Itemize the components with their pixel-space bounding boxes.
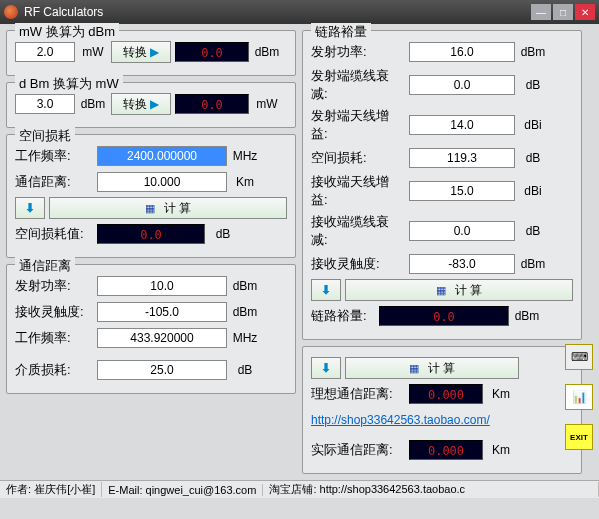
tx-input[interactable] (97, 276, 227, 296)
result-display: 0.0 (175, 94, 249, 114)
calculate-button[interactable]: ▦ 计 算 (345, 357, 519, 379)
unit-label: dB (519, 78, 547, 92)
comm-distance-group: 通信距离 发射功率:dBm 接收灵触度:dBm 工作频率:MHz 介质损耗:dB (6, 264, 296, 394)
unit-label: dBm (253, 45, 281, 59)
shop-link[interactable]: http://shop33642563.taobao.com/ (311, 413, 490, 427)
loss-label: 空间损耗值: (15, 225, 93, 243)
download-button[interactable]: ⬇ (311, 279, 341, 301)
rx-label: 接收灵触度: (15, 303, 93, 321)
unit-label: dB (209, 227, 237, 241)
med-label: 介质损耗: (15, 361, 93, 379)
shop-label: 淘宝店铺: (269, 483, 316, 495)
author-value: 崔庆伟[小崔] (34, 483, 95, 495)
unit-label: dBm (231, 305, 259, 319)
close-button[interactable]: ✕ (575, 4, 595, 20)
freq-label: 工作频率: (15, 147, 93, 165)
group-title: mW 换算为 dBm (15, 23, 119, 41)
unit-label: dBi (519, 184, 547, 198)
unit-label: dB (519, 224, 547, 238)
keyboard-icon: ⌨ (571, 350, 588, 364)
unit-label: dBi (519, 118, 547, 132)
unit-label: dBm (231, 279, 259, 293)
email-value: qingwei_cui@163.com (146, 484, 257, 496)
dist-input[interactable] (97, 172, 227, 192)
unit-label: Km (231, 175, 259, 189)
maximize-button[interactable]: □ (553, 4, 573, 20)
minimize-button[interactable]: — (531, 4, 551, 20)
group-title: 通信距离 (15, 257, 75, 275)
calculator-icon: ▦ (145, 202, 155, 215)
space-loss-group: 空间损耗 工作频率: MHz 通信距离: Km ⬇ ▦ 计 算 空间损耗值: 0… (6, 134, 296, 258)
group-title: 链路裕量 (311, 23, 371, 41)
dbm-input[interactable] (15, 94, 75, 114)
freq-input[interactable] (97, 146, 227, 166)
result-display: 0.0 (175, 42, 249, 62)
convert-button[interactable]: 转换▶ (111, 93, 171, 115)
arrow-right-icon: ▶ (150, 45, 159, 59)
lm-input-4[interactable] (409, 181, 515, 201)
lm-label: 接收灵触度: (311, 255, 405, 273)
loss-display: 0.0 (97, 224, 205, 244)
lm-label: 接收端缆线衰减: (311, 213, 405, 249)
keyboard-button[interactable]: ⌨ (565, 344, 593, 370)
lm-label: 空间损耗: (311, 149, 405, 167)
med-input[interactable] (97, 360, 227, 380)
margin-label: 链路裕量: (311, 307, 375, 325)
freq-input[interactable] (97, 328, 227, 348)
unit-label: mW (79, 45, 107, 59)
status-bar: 作者: 崔庆伟[小崔] E-Mail: qingwei_cui@163.com … (0, 480, 599, 498)
dbm-to-mw-group: d Bm 换算为 mW dBm 转换▶ 0.0 mW (6, 82, 296, 128)
mw-to-dbm-group: mW 换算为 dBm mW 转换▶ 0.0 dBm (6, 30, 296, 76)
real-label: 实际通信距离: (311, 441, 405, 459)
download-icon: ⬇ (25, 201, 35, 215)
calculate-button[interactable]: ▦ 计 算 (49, 197, 287, 219)
lm-input-5[interactable] (409, 221, 515, 241)
calculator-icon: ▦ (436, 284, 446, 297)
link-margin-group: 链路裕量 发射功率:dBm发射端缆线衰减:dB发射端天线增益:dBi空间损耗:d… (302, 30, 582, 340)
lm-input-0[interactable] (409, 42, 515, 62)
margin-display: 0.0 (379, 306, 509, 326)
unit-label: dBm (79, 97, 107, 111)
titlebar: RF Calculators — □ ✕ (0, 0, 599, 24)
real-display: 0.000 (409, 440, 483, 460)
dist-label: 通信距离: (15, 173, 93, 191)
download-icon: ⬇ (321, 283, 331, 297)
app-icon (4, 5, 18, 19)
download-button[interactable]: ⬇ (15, 197, 45, 219)
calculator-icon: ▦ (409, 362, 419, 375)
lm-input-1[interactable] (409, 75, 515, 95)
unit-label: Km (487, 387, 515, 401)
chart-button[interactable]: 📊 (565, 384, 593, 410)
unit-label: MHz (231, 149, 259, 163)
lm-label: 接收端天线增益: (311, 173, 405, 209)
convert-button[interactable]: 转换▶ (111, 41, 171, 63)
download-button[interactable]: ⬇ (311, 357, 341, 379)
lm-label: 发射功率: (311, 43, 405, 61)
unit-label: dBm (519, 257, 547, 271)
unit-label: dBm (519, 45, 547, 59)
ideal-display: 0.000 (409, 384, 483, 404)
group-title: 空间损耗 (15, 127, 75, 145)
freq-label: 工作频率: (15, 329, 93, 347)
arrow-right-icon: ▶ (150, 97, 159, 111)
email-label: E-Mail: (108, 484, 142, 496)
unit-label: dB (519, 151, 547, 165)
window-title: RF Calculators (24, 5, 103, 19)
rx-input[interactable] (97, 302, 227, 322)
lm-input-2[interactable] (409, 115, 515, 135)
chart-icon: 📊 (572, 390, 587, 404)
mw-input[interactable] (15, 42, 75, 62)
lm-input-6[interactable] (409, 254, 515, 274)
shop-value: http://shop33642563.taobao.c (320, 483, 466, 495)
tx-label: 发射功率: (15, 277, 93, 295)
unit-label: Km (487, 443, 515, 457)
download-icon: ⬇ (321, 361, 331, 375)
unit-label: mW (253, 97, 281, 111)
ideal-label: 理想通信距离: (311, 385, 405, 403)
exit-button[interactable]: EXIT (565, 424, 593, 450)
calculate-button[interactable]: ▦ 计 算 (345, 279, 573, 301)
exit-icon: EXIT (570, 433, 588, 442)
lm-input-3[interactable] (409, 148, 515, 168)
unit-label: dB (231, 363, 259, 377)
author-label: 作者: (6, 483, 31, 495)
